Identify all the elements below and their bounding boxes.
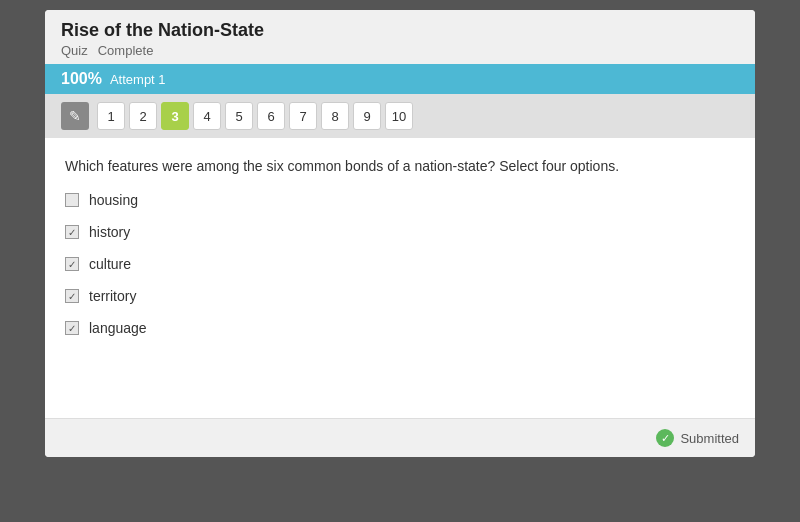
option-item: language: [65, 320, 735, 336]
page-title: Rise of the Nation-State: [61, 20, 739, 41]
question-nav: ✎ 12345678910: [45, 94, 755, 138]
nav-button-5[interactable]: 5: [225, 102, 253, 130]
card-footer: ✓ Submitted: [45, 418, 755, 457]
check-icon: ✓: [656, 429, 674, 447]
option-checkbox-territory[interactable]: [65, 289, 79, 303]
progress-bar: 100% Attempt 1: [45, 64, 755, 94]
page-container: Rise of the Nation-State Quiz Complete 1…: [0, 0, 800, 522]
nav-button-8[interactable]: 8: [321, 102, 349, 130]
nav-button-1[interactable]: 1: [97, 102, 125, 130]
status-badge: Complete: [98, 43, 154, 58]
option-label-culture: culture: [89, 256, 131, 272]
nav-button-2[interactable]: 2: [129, 102, 157, 130]
quiz-label: Quiz: [61, 43, 88, 58]
option-item: housing: [65, 192, 735, 208]
submitted-badge: ✓ Submitted: [656, 429, 739, 447]
nav-button-4[interactable]: 4: [193, 102, 221, 130]
option-item: territory: [65, 288, 735, 304]
card-subtitle: Quiz Complete: [61, 43, 739, 58]
attempt-label: Attempt 1: [110, 72, 166, 87]
nav-button-3[interactable]: 3: [161, 102, 189, 130]
nav-button-9[interactable]: 9: [353, 102, 381, 130]
option-checkbox-history[interactable]: [65, 225, 79, 239]
question-text: Which features were among the six common…: [65, 158, 735, 174]
option-item: culture: [65, 256, 735, 272]
option-checkbox-language[interactable]: [65, 321, 79, 335]
progress-percent: 100%: [61, 70, 102, 88]
nav-button-10[interactable]: 10: [385, 102, 413, 130]
option-checkbox-culture[interactable]: [65, 257, 79, 271]
option-label-housing: housing: [89, 192, 138, 208]
nav-button-7[interactable]: 7: [289, 102, 317, 130]
option-label-language: language: [89, 320, 147, 336]
pencil-icon: ✎: [61, 102, 89, 130]
option-label-history: history: [89, 224, 130, 240]
option-item: history: [65, 224, 735, 240]
submitted-label: Submitted: [680, 431, 739, 446]
quiz-card: Rise of the Nation-State Quiz Complete 1…: [45, 10, 755, 457]
question-content: Which features were among the six common…: [45, 138, 755, 418]
card-header: Rise of the Nation-State Quiz Complete: [45, 10, 755, 64]
option-label-territory: territory: [89, 288, 136, 304]
nav-button-6[interactable]: 6: [257, 102, 285, 130]
option-checkbox-housing[interactable]: [65, 193, 79, 207]
